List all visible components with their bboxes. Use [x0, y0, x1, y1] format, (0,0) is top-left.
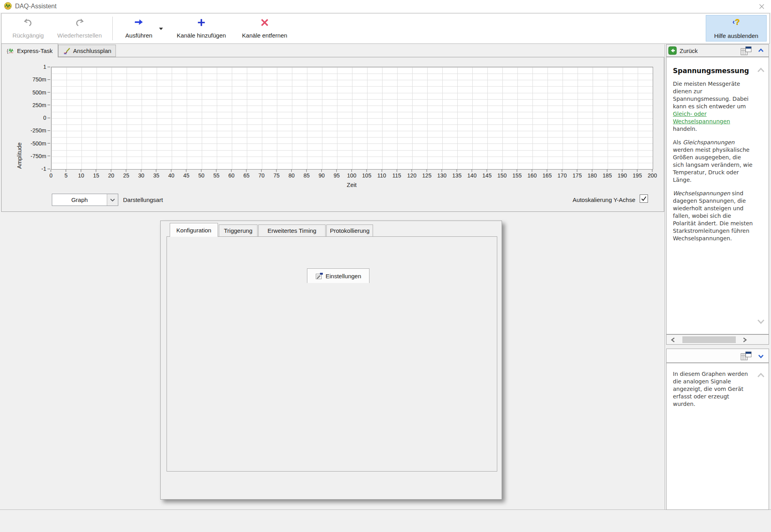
tab-protokollierung-label: Protokollierung	[330, 227, 369, 234]
help-top-bar: Zurück	[666, 44, 769, 57]
x-tick: 85	[303, 170, 310, 179]
help-graph-note-content: In diesem Graphen werden die analogen Si…	[666, 363, 769, 510]
tab-express-task-label: Express-Task	[17, 47, 53, 54]
hide-help-label: Hilfe ausblenden	[714, 32, 758, 39]
x-tick: 190	[618, 170, 627, 179]
help-paragraph-1: Die meisten Messgeräte dienen zur Spannu…	[673, 80, 753, 133]
run-button[interactable]: Ausführen	[117, 15, 161, 41]
close-button[interactable]	[754, 2, 769, 11]
tab-triggerung-label: Triggerung	[224, 227, 252, 234]
x-tick: 5	[64, 170, 68, 179]
add-channels-button[interactable]: Kanäle hinzufügen	[170, 15, 233, 41]
remove-channels-label: Kanäle entfernen	[242, 32, 287, 39]
x-tick: 60	[228, 170, 235, 179]
help-graph-note-header	[666, 349, 769, 363]
chevron-down-icon	[758, 354, 764, 358]
x-tick: 150	[497, 170, 506, 179]
display-type-value: Graph	[52, 194, 107, 206]
window-title: DAQ-Assistent	[15, 3, 57, 10]
app-icon	[4, 2, 12, 10]
express-task-icon: {	[7, 47, 15, 54]
tab-erweitertes-timing[interactable]: Erweitertes Timing	[258, 224, 326, 237]
help-back-label: Zurück	[680, 47, 698, 54]
x-axis: 0510152025303540455055606570758085909510…	[51, 170, 653, 180]
x-tick: 10	[78, 170, 84, 179]
x-tick: 70	[258, 170, 265, 179]
remove-channels-button[interactable]: Kanäle entfernen	[235, 15, 294, 41]
scrollbar-thumb[interactable]	[682, 336, 736, 343]
waveform-plot-area[interactable]	[51, 67, 653, 170]
graph-panel: 1750m500m250m0-250m-500m-750m-1 Amplitud…	[1, 57, 664, 212]
wiring-pencil-icon	[63, 47, 71, 55]
x-tick: 95	[333, 170, 340, 179]
x-tick: 50	[198, 170, 205, 179]
help-window-icon[interactable]	[740, 351, 752, 361]
help-panel: Zurück Spannungsmessung Die meisten Mess…	[666, 44, 769, 510]
help-icon: ‹ ?	[733, 18, 740, 26]
help-paragraph-2: Als Gleichspannungen werden meist physik…	[673, 139, 753, 184]
run-dropdown-caret[interactable]	[159, 28, 163, 30]
help-p3-text: sind dagegen Spannungen, die wiederholt …	[673, 190, 753, 241]
x-tick: 55	[213, 170, 220, 179]
help-collapse-button[interactable]	[758, 48, 764, 53]
settings-form-icon	[315, 272, 323, 280]
help-p1-text: Die meisten Messgeräte dienen zur Spannu…	[673, 81, 748, 109]
x-tick: 140	[467, 170, 476, 179]
content-scroll-up-icon[interactable]	[757, 68, 765, 73]
x-tick: 30	[138, 170, 144, 179]
x-tick: 115	[392, 170, 401, 179]
help-expand-button[interactable]	[758, 354, 764, 358]
title-bar: DAQ-Assistent	[0, 0, 771, 13]
tab-anschlussplan[interactable]: Anschlussplan	[58, 45, 116, 57]
content-scroll-down-icon[interactable]	[757, 319, 765, 324]
tab-einstellungen[interactable]: Einstellungen	[307, 268, 369, 283]
x-tick: 45	[183, 170, 189, 179]
daq-assistant-window: DAQ-Assistent Rückgängig Wiederherstelle…	[0, 0, 771, 532]
x-tick: 130	[437, 170, 446, 179]
tab-express-task[interactable]: { Express-Task	[1, 43, 58, 57]
help-p2-text: werden meist physikalische Größen ausgeg…	[673, 147, 752, 183]
svg-text:{: {	[7, 48, 9, 54]
x-tick: 185	[602, 170, 612, 179]
redo-button[interactable]: Wiederherstellen	[50, 15, 109, 41]
tab-protokollierung[interactable]: Protokollierung	[326, 224, 373, 237]
autoscale-checkbox[interactable]	[640, 194, 648, 203]
x-tick: 155	[512, 170, 521, 179]
help-p2-lead: Als	[673, 139, 683, 145]
back-arrow-icon	[668, 46, 677, 55]
x-tick: 15	[93, 170, 99, 179]
display-type-label: Darstellungsart	[123, 196, 163, 203]
x-tick: 40	[168, 170, 174, 179]
content-scroll-up-icon[interactable]	[757, 373, 765, 378]
tab-triggerung[interactable]: Triggerung	[219, 224, 258, 237]
x-tick: 90	[318, 170, 325, 179]
help-back-button[interactable]: Zurück	[668, 46, 698, 55]
display-type-combo[interactable]: Graph	[52, 194, 118, 206]
undo-button[interactable]: Rückgängig	[6, 15, 50, 41]
x-tick: 65	[243, 170, 250, 179]
tab-konfiguration[interactable]: Konfiguration	[170, 223, 218, 237]
x-tick: 180	[587, 170, 597, 179]
help-question-glyph: ?	[735, 18, 740, 26]
config-panel: Konfiguration Triggerung Erweitertes Tim…	[160, 221, 502, 500]
x-tick: 80	[288, 170, 295, 179]
help-voltage-types-link[interactable]: Gleich- oder Wechselspannungen	[673, 111, 730, 125]
help-horizontal-scrollbar[interactable]	[666, 334, 769, 345]
hide-help-button[interactable]: ‹ ? Hilfe ausblenden	[706, 15, 767, 42]
x-tick: 110	[377, 170, 386, 179]
divider	[665, 44, 665, 510]
footer-bar: OK Abbrechen	[0, 510, 771, 532]
x-tick: 100	[347, 170, 356, 179]
x-tick: 0	[49, 170, 53, 179]
undo-icon	[23, 18, 33, 28]
display-type-dropdown-button[interactable]	[107, 194, 118, 206]
help-content-measurement: Spannungsmessung Die meisten Messgeräte …	[666, 57, 769, 334]
help-p3-term: Wechselspannungen	[673, 190, 730, 196]
x-tick: 145	[482, 170, 491, 179]
x-tick: 125	[422, 170, 431, 179]
x-axis-label: Zeit	[51, 181, 652, 188]
x-tick: 105	[362, 170, 371, 179]
plus-icon	[197, 18, 206, 27]
help-window-icon[interactable]	[740, 46, 752, 56]
x-tick: 120	[407, 170, 416, 179]
